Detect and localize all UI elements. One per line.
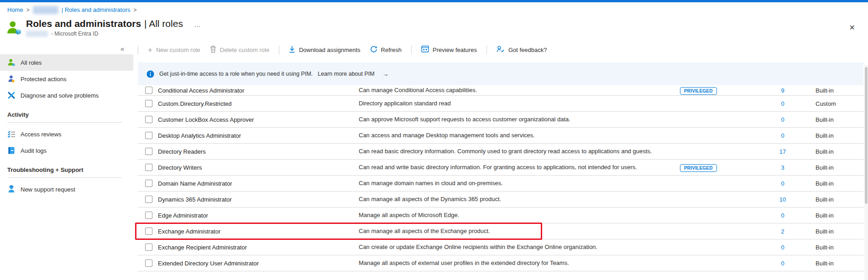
sidebar-divider [7, 122, 122, 123]
table-row[interactable]: Directory Readers Can read basic directo… [138, 144, 863, 160]
privileged-badge: PRIVILEGED [680, 87, 717, 95]
sidebar-item-diagnose[interactable]: Diagnose and solve problems [0, 87, 133, 104]
scrollbar-thumb[interactable] [865, 67, 868, 204]
table-row[interactable]: Custom.Directory.Restricted Directory ap… [138, 96, 863, 112]
redacted-tenant-name [26, 31, 48, 37]
page-header: Roles and administrators | All roles … -… [0, 16, 868, 41]
toolbar-divider [486, 46, 487, 54]
role-description: Can approve Microsoft support requests t… [359, 115, 674, 124]
got-feedback-button[interactable]: Got feedback? [497, 46, 547, 54]
role-name: Domain Name Administrator [158, 180, 359, 187]
assignments-count-link[interactable]: 3 [781, 164, 784, 171]
sidebar-item-new-support-request[interactable]: New support request [0, 181, 133, 197]
assignments-count-link[interactable]: 17 [779, 148, 786, 155]
breadcrumb-current-link[interactable]: | Roles and administrators [62, 6, 131, 13]
role-name: Extended Directory User Administrator [158, 260, 359, 267]
command-bar: + New custom role Delete custom role [133, 41, 863, 58]
subtitle-text: - Microsoft Entra ID [51, 31, 98, 37]
redacted-tenant-name [33, 6, 58, 14]
assignments-count-cell: 0 [763, 259, 802, 267]
assignments-count-link[interactable]: 0 [781, 116, 784, 123]
close-icon[interactable]: ✕ [849, 23, 855, 32]
collapse-sidebar-button[interactable]: « [120, 45, 124, 52]
role-description: Can manage domain names in cloud and on-… [359, 179, 674, 188]
role-type: Built-in [802, 212, 863, 219]
row-checkbox[interactable] [145, 259, 152, 267]
assignments-count-link[interactable]: 0 [781, 212, 784, 219]
row-checkbox[interactable] [145, 212, 152, 219]
row-checkbox[interactable] [145, 196, 152, 203]
row-checkbox[interactable] [145, 244, 152, 251]
assignments-count-link[interactable]: 2 [781, 228, 784, 235]
sidebar-item-label: Access reviews [21, 131, 62, 138]
table-row[interactable]: Customer LockBox Access Approver Can app… [138, 112, 863, 128]
row-checkbox[interactable] [145, 180, 152, 187]
role-name: Conditional Access Administrator [158, 87, 359, 94]
table-row[interactable]: Extended Directory User Administrator Ma… [138, 255, 863, 271]
table-row[interactable]: Conditional Access Administrator Can man… [138, 85, 863, 96]
roles-table-body: Conditional Access Administrator Can man… [138, 85, 863, 271]
row-checkbox[interactable] [145, 148, 152, 155]
role-description: Can create or update Exchange Online rec… [359, 243, 674, 252]
sidebar-item-all-roles[interactable]: All roles [0, 54, 133, 71]
role-name: Directory Readers [158, 148, 359, 155]
breadcrumb-home-link[interactable]: Home [7, 6, 23, 13]
all-roles-person-icon [7, 58, 16, 67]
role-type: Custom [802, 100, 863, 107]
assignments-count-link[interactable]: 0 [781, 244, 784, 251]
sidebar-divider [7, 177, 122, 178]
toolbar-divider [138, 46, 138, 54]
assignments-count-link[interactable]: 0 [781, 100, 784, 107]
more-options-button[interactable]: … [194, 21, 201, 28]
support-person-icon [7, 185, 16, 193]
sidebar-item-access-reviews[interactable]: Access reviews [0, 126, 133, 142]
assignments-count-cell: 3 [763, 163, 802, 171]
assignments-count-link[interactable]: 9 [781, 87, 784, 94]
delete-custom-role-button: Delete custom role [210, 46, 269, 54]
sidebar-item-label: New support request [21, 186, 75, 193]
table-row[interactable]: Exchange Recipient Administrator Can cre… [138, 239, 863, 255]
assignments-count-cell: 9 [763, 86, 802, 94]
role-type: Built-in [802, 196, 863, 203]
preview-features-button[interactable]: Preview features [421, 46, 477, 54]
access-reviews-checklist-icon [7, 130, 16, 138]
refresh-button[interactable]: Refresh [370, 46, 402, 54]
download-assignments-button[interactable]: Download assignments [289, 46, 360, 54]
roles-and-administrators-icon [6, 20, 22, 36]
table-row[interactable]: Dynamics 365 Administrator Can manage al… [138, 192, 863, 207]
assignments-count-cell: 2 [763, 227, 802, 235]
role-description: Directory applicaiton standard read [359, 99, 674, 108]
audit-logs-book-icon [7, 146, 16, 155]
info-icon [146, 70, 154, 78]
sidebar-item-label: Audit logs [21, 147, 47, 154]
feedback-person-icon [497, 46, 505, 54]
row-checkbox[interactable] [145, 164, 152, 171]
table-row[interactable]: Desktop Analytics Administrator Can acce… [138, 128, 863, 144]
assignments-count-cell: 17 [763, 147, 802, 156]
assignments-count-link[interactable]: 0 [781, 180, 784, 187]
assignments-count-cell: 0 [763, 243, 802, 251]
table-row[interactable]: Domain Name Administrator Can manage dom… [138, 176, 863, 192]
role-name: Exchange Recipient Administrator [158, 244, 359, 251]
download-icon [289, 46, 295, 54]
sidebar-item-audit-logs[interactable]: Audit logs [0, 142, 133, 159]
pim-info-banner: Get just-in-time access to a role when y… [138, 62, 863, 85]
role-type: Built-in [802, 87, 863, 94]
pim-learn-more-link[interactable]: Learn more about PIM [318, 71, 374, 77]
row-checkbox[interactable] [145, 100, 152, 107]
table-row[interactable]: Directory Writers Can read and write bas… [138, 160, 863, 176]
row-checkbox[interactable] [145, 228, 152, 235]
row-checkbox[interactable] [145, 87, 152, 94]
role-description: Can read basic directory information. Co… [359, 147, 674, 156]
diagnose-tools-icon [7, 91, 16, 99]
assignments-count-link[interactable]: 10 [779, 196, 786, 203]
chevron-right-icon: > [26, 7, 30, 13]
assignments-count-link[interactable]: 0 [781, 260, 784, 267]
table-row[interactable]: Exchange Administrator Can manage all as… [138, 223, 863, 239]
assignments-count-link[interactable]: 0 [781, 132, 784, 139]
table-row[interactable]: Edge Administrator Manage all aspects of… [138, 207, 863, 223]
row-checkbox[interactable] [145, 132, 152, 139]
row-checkbox[interactable] [145, 116, 152, 123]
toolbar-divider [411, 46, 412, 54]
sidebar-item-protected-actions[interactable]: Protected actions [0, 71, 133, 87]
